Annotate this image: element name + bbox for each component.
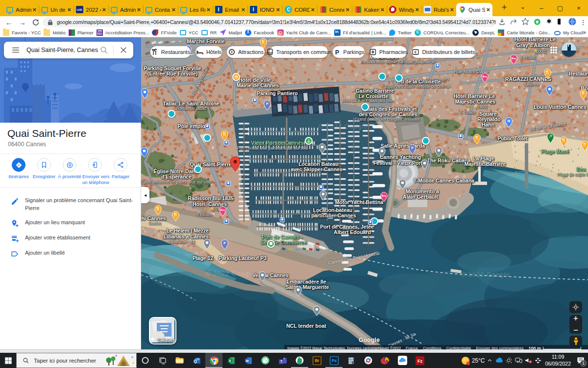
svg-text:T: T	[280, 360, 282, 363]
svg-text:Br: Br	[315, 359, 319, 363]
svg-text:€: €	[415, 50, 417, 54]
svg-text:Fz: Fz	[417, 358, 422, 363]
svg-text:P: P	[335, 49, 339, 55]
svg-text:P: P	[266, 102, 269, 105]
svg-text:X: X	[229, 359, 231, 362]
svg-text:P: P	[223, 241, 226, 245]
svg-text:Ps: Ps	[331, 359, 337, 363]
svg-text:W: W	[245, 359, 249, 362]
svg-text:P: P	[411, 146, 414, 150]
